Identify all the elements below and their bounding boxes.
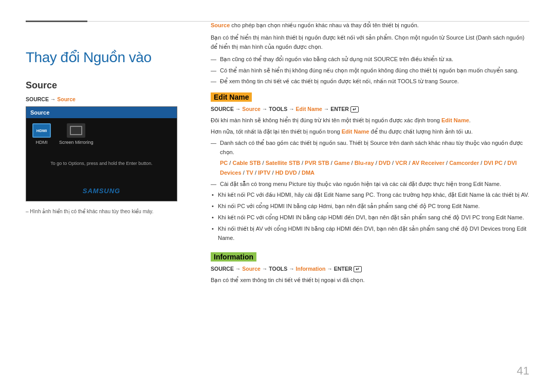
source-path-link: Source [57,96,76,102]
information-line: Bạn có thể xem thông tin chi tiết về thi… [211,275,529,285]
information-section: Information SOURCE → Source → TOOLS → In… [211,247,529,285]
screen-hint-text: To go to Options, press and hold the Ent… [26,160,177,167]
screen-title-bar: Source [26,107,177,118]
hdmi-label: HDMI [36,140,48,145]
information-path: SOURCE → Source → TOOLS → Information → … [211,266,529,272]
devices-line: PC / Cable STB / Satellite STB / PVR STB… [211,158,529,177]
hdmi-icon: HDMI [32,123,51,138]
section-heading: Source [26,80,185,91]
dash-bullet-3: Để xem thông tin chi tiết về các thiết b… [211,77,529,86]
page-number: 41 [517,364,529,378]
dot-bullet-1: Khi kết nối PC với đầu HDMI, hãy cài đặt… [211,190,529,199]
edit-name-line-2: Hơn nữa, tốt nhất là đặt lại tên thiết b… [211,127,529,136]
hdmi-icon-item: HDMI HDMI [32,123,51,145]
mirror-label: Screen Mirroring [59,140,94,145]
intro-line-2: Bạn có thể hiển thị màn hình thiết bị ng… [211,33,529,51]
page-title: Thay đổi Nguồn vào [26,49,185,66]
left-caption: – Hình ảnh hiển thị có thể khác nhau tùy… [26,208,185,215]
edit-name-line-1: Đôi khi màn hình sẽ không hiển thị đúng … [211,116,529,125]
source-path-arrow: → [50,96,56,102]
source-path-label: SOURCE [26,96,49,102]
left-column: Thay đổi Nguồn vào Source SOURCE → Sourc… [26,21,185,371]
edit-name-dash-1: Danh sách có thể bao gồm các thiết bị ng… [211,138,529,157]
source-link-intro: Source [211,22,230,28]
dash-bullet-2: Có thể màn hình sẽ hiển thị không đúng n… [211,66,529,75]
right-column: Source cho phép bạn chọn nhiều nguồn khá… [206,21,529,371]
rule-dark [26,21,87,22]
dot-bullet-3: Khi kết nối PC với cổng HDMI IN bằng cáp… [211,213,529,222]
source-icons-row: HDMI HDMI Screen Mirroring [26,118,177,150]
edit-name-path: SOURCE → Source → TOOLS → Edit Name → EN… [211,106,529,113]
samsung-logo: SAMSUNG [83,187,120,195]
mirror-icon [67,123,85,138]
dot-bullet-2: Khi nối PC với cổng HDMI IN bằng cáp Hdm… [211,201,529,211]
edit-name-section: Edit Name SOURCE → Source → TOOLS → Edit… [211,87,529,243]
source-screen-mockup: Source HDMI HDMI Screen Mirroring To go … [26,106,177,201]
rule-light [87,21,529,22]
information-header: Information [211,252,256,262]
dot-bullet-4: Khi nối thiết bị AV với cổng HDMI IN bằn… [211,224,529,242]
dash-bullet-1: Bạn cũng có thể thay đổi nguồn vào bằng … [211,54,529,64]
mirror-icon-item: Screen Mirroring [59,123,94,145]
top-rule-lines [26,21,529,22]
edit-name-dash-2: Cài đặt sẵn có trong menu Picture tùy th… [211,179,529,189]
edit-name-header: Edit Name [211,92,252,102]
source-path-line: SOURCE → Source [26,96,185,102]
